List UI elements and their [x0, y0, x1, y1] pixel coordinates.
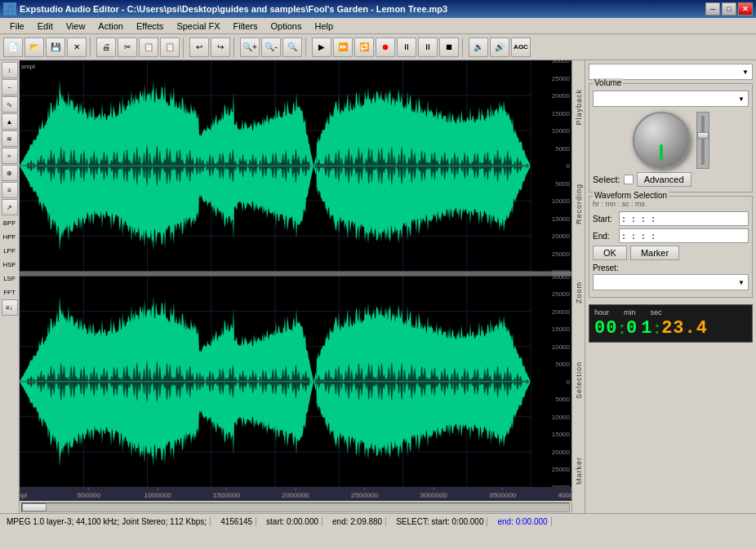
tool-fft[interactable]: FFT: [2, 286, 18, 299]
timeline-canvas: [20, 487, 571, 501]
hour-label: hour: [594, 308, 609, 317]
clock-minutes-ones: 1: [641, 318, 652, 339]
pause-button[interactable]: ⏸: [397, 38, 416, 57]
preset-dropdown[interactable]: ▼: [593, 274, 749, 290]
status-bar: MPEG 1.0 layer-3; 44,100 kHz; Joint Ster…: [0, 513, 756, 529]
tool-hpf[interactable]: HPF: [2, 230, 18, 243]
ws-end-label: End:: [593, 232, 616, 241]
preset-group: Preset: ▼: [593, 263, 749, 290]
tool-zoom[interactable]: ⊕: [2, 165, 18, 181]
save-button[interactable]: 💾: [46, 38, 65, 57]
open-button[interactable]: 📂: [24, 38, 44, 57]
tool-diagonal[interactable]: ↗: [2, 199, 18, 215]
play-button[interactable]: ▶: [312, 38, 331, 57]
toolbar-sep-1: [90, 38, 93, 57]
tool-marker-list[interactable]: ≡↓: [2, 299, 18, 316]
undo-button[interactable]: ↩: [189, 38, 209, 57]
zoom-out-button[interactable]: 🔍-: [261, 38, 281, 57]
menu-action[interactable]: Action: [91, 20, 130, 33]
tool-lsf[interactable]: LSF: [2, 272, 18, 285]
select-label: Select:: [593, 175, 620, 184]
stop-button[interactable]: ⏹: [439, 38, 459, 57]
close-file-button[interactable]: ✕: [67, 38, 87, 57]
minimize-button[interactable]: ─: [705, 2, 720, 15]
pause2-button[interactable]: ⏸: [418, 38, 438, 57]
close-button[interactable]: ✕: [738, 2, 753, 15]
waveform-selection-group: Waveform Selection hr : mn : sc : ms Sta…: [589, 196, 753, 298]
tool-arrow[interactable]: ▲: [2, 113, 18, 130]
vol-down-button[interactable]: 🔉: [469, 38, 488, 57]
tool-wave[interactable]: ~: [2, 79, 18, 95]
status-end: end: 2:09.880: [329, 517, 386, 526]
tool-eq[interactable]: ≋: [2, 131, 18, 147]
scrollbar-thumb[interactable]: [22, 503, 47, 511]
ws-start-label: Start:: [593, 215, 616, 224]
menu-options[interactable]: Options: [265, 20, 309, 33]
tool-hsf[interactable]: HSF: [2, 258, 18, 271]
tool-list[interactable]: ≡: [2, 182, 18, 198]
ws-ok-button[interactable]: OK: [593, 246, 627, 260]
volume-slider[interactable]: [696, 112, 709, 169]
zoom-fit-button[interactable]: 🔍: [282, 38, 302, 57]
waveform-canvas[interactable]: [20, 60, 571, 487]
status-start: start: 0:00.000: [263, 517, 322, 526]
tool-select[interactable]: ↕: [2, 62, 18, 78]
agc-button[interactable]: AGC: [511, 38, 531, 57]
repeat-button[interactable]: 🔁: [354, 38, 374, 57]
ws-start-input[interactable]: [619, 211, 749, 226]
menu-specialfx[interactable]: Special FX: [170, 20, 226, 33]
tool-sine[interactable]: ∿: [2, 96, 18, 113]
redo-button[interactable]: ↪: [211, 38, 230, 57]
menu-help[interactable]: Help: [308, 20, 340, 33]
paste-button[interactable]: 📋: [160, 38, 180, 57]
menu-bar: File Edit View Action Effects Special FX…: [0, 18, 756, 34]
toolbar-sep-2: [183, 38, 186, 57]
clock-sep-1: :: [619, 319, 625, 338]
scrollbar-track[interactable]: [21, 503, 570, 512]
toolbar-sep-3: [233, 38, 237, 57]
tool-bpf[interactable]: BPF: [2, 216, 18, 229]
menu-view[interactable]: View: [60, 20, 92, 33]
ws-end-input[interactable]: [619, 228, 749, 243]
left-tools-panel: ↕ ~ ∿ ▲ ≋ ≈ ⊕ ≡ ↗ BPF HPF LPF HSF LSF FF…: [0, 60, 20, 513]
cut-button[interactable]: ✂: [118, 38, 137, 57]
slider-thumb[interactable]: [697, 132, 709, 139]
menu-filters[interactable]: Filters: [227, 20, 265, 33]
vol-up-button[interactable]: 🔊: [490, 38, 509, 57]
select-checkbox[interactable]: [624, 175, 634, 184]
waveform-timeline: [20, 487, 571, 500]
status-filesize: 4156145: [217, 517, 256, 526]
right-panel: ▼ Volume ▼ Select:: [585, 60, 756, 513]
status-select: SELECT: start: 0:00.000: [393, 517, 487, 526]
slider-track: [701, 116, 705, 165]
label-playback: Playback: [575, 89, 583, 126]
waveform-selection-label: Waveform Selection: [593, 191, 669, 200]
advanced-button[interactable]: Advanced: [637, 172, 692, 187]
clock-hours: 00: [594, 318, 617, 339]
play-loop-button[interactable]: ⏩: [333, 38, 353, 57]
preset-dropdown-arrow: ▼: [738, 279, 745, 286]
print-button[interactable]: 🖨: [96, 38, 116, 57]
menu-file[interactable]: File: [3, 20, 31, 33]
tool-lpf[interactable]: LPF: [2, 244, 18, 257]
maximize-button[interactable]: □: [722, 2, 736, 15]
side-labels: Playback Recording Zoom Selection Marker: [571, 60, 585, 513]
new-button[interactable]: 📄: [3, 38, 23, 57]
top-dropdown[interactable]: ▼: [589, 64, 753, 80]
ws-marker-button[interactable]: Marker: [630, 246, 679, 260]
toolbar-sep-5: [462, 38, 465, 57]
zoom-in-button[interactable]: 🔍+: [240, 38, 260, 57]
knob-indicator: [660, 144, 663, 161]
ws-time-format-label: hr : mn : sc : ms: [593, 200, 749, 208]
title-bar: 🎵 Expstudio Audio Editor - C:\Users\psi\…: [0, 0, 756, 18]
main-content: ↕ ~ ∿ ▲ ≋ ≈ ⊕ ≡ ↗ BPF HPF LPF HSF LSF FF…: [0, 60, 756, 513]
record-button[interactable]: ⏺: [376, 38, 395, 57]
menu-effects[interactable]: Effects: [130, 20, 170, 33]
volume-knob[interactable]: [633, 112, 690, 169]
menu-edit[interactable]: Edit: [31, 20, 60, 33]
horizontal-scrollbar[interactable]: [20, 500, 571, 513]
ws-start-row: Start:: [593, 211, 749, 226]
tool-noise[interactable]: ≈: [2, 148, 18, 164]
volume-dropdown[interactable]: ▼: [593, 91, 749, 107]
copy-button[interactable]: 📋: [139, 38, 158, 57]
